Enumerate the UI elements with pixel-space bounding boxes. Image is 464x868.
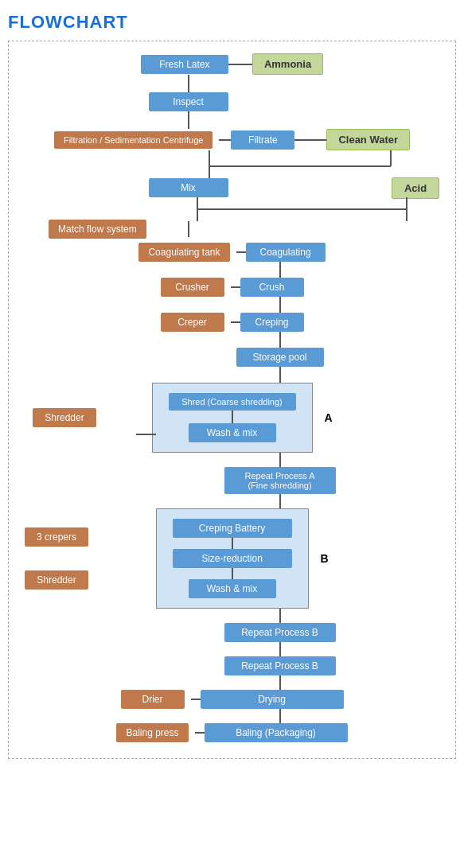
shredder2-box: Shredder xyxy=(25,570,88,590)
shred-coarse-box: Shred (Coarse shredding) xyxy=(169,393,296,411)
crusher-box: Crusher xyxy=(161,278,224,297)
inspect-box: Inspect xyxy=(149,92,228,111)
label-a: A xyxy=(324,411,332,424)
fresh-latex-box: Fresh Latex xyxy=(141,55,228,74)
drying-box: Drying xyxy=(201,690,344,709)
match-flow-box: Match flow system xyxy=(49,220,146,239)
baling-box: Baling (Packaging) xyxy=(205,723,348,742)
page-title: FLOWCHART xyxy=(8,12,456,33)
repeat-b1-box: Repeat Process B xyxy=(224,623,336,642)
creper-box: Creper xyxy=(161,313,224,332)
repeat-a-box: Repeat Process A (Fine shredding) xyxy=(224,467,336,494)
wash-mix1-box: Wash & mix xyxy=(189,423,276,442)
size-reduction-box: Size-reduction xyxy=(173,549,292,568)
three-crepers-box: 3 crepers xyxy=(25,527,88,547)
repeat-b2-box: Repeat Process B xyxy=(224,656,336,675)
wash-mix2-box: Wash & mix xyxy=(189,579,276,598)
coagulating-tank-box: Coagulating tank xyxy=(138,243,229,262)
clean-water-box: Clean Water xyxy=(326,129,410,150)
creping-box: Creping xyxy=(240,313,304,332)
mix-box: Mix xyxy=(149,178,228,197)
baling-press-box: Baling press xyxy=(116,723,188,742)
filtrate-box: Filtrate xyxy=(231,130,294,150)
filtration-label: Filtration / Sedimentation Centrifuge xyxy=(54,131,213,149)
storage-pool-box: Storage pool xyxy=(236,348,324,367)
coagulating-box: Coagulating xyxy=(246,243,326,262)
creping-battery-box: Creping Battery xyxy=(173,519,292,538)
ammonia-box: Ammonia xyxy=(252,53,323,75)
acid-box: Acid xyxy=(392,177,439,199)
drier-box: Drier xyxy=(121,690,185,709)
crush-box: Crush xyxy=(240,278,304,297)
label-b: B xyxy=(320,552,328,565)
group-b: Creping Battery Size-reduction Wash & mi… xyxy=(156,508,309,609)
group-a: Shred (Coarse shredding) Wash & mix xyxy=(152,383,313,453)
